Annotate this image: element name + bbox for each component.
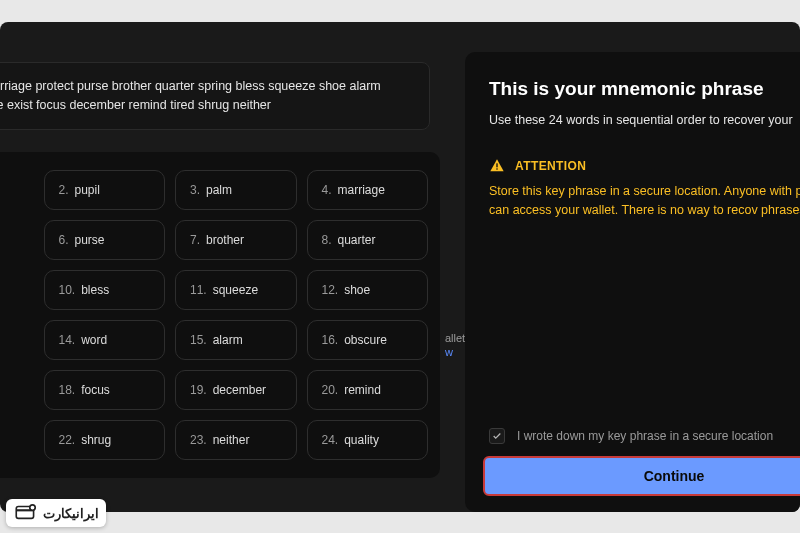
- phrase-summary-text: alm marriage protect purse brother quart…: [0, 79, 381, 112]
- continue-button-label: Continue: [644, 468, 705, 484]
- word-chip: 16.obscure: [307, 320, 429, 360]
- word-chip: 7.brother: [175, 220, 297, 260]
- svg-point-4: [30, 505, 35, 510]
- attention-text: Store this key phrase in a secure locati…: [489, 182, 800, 221]
- phrase-summary-box: alm marriage protect purse brother quart…: [0, 62, 430, 130]
- word-chip: 23.neither: [175, 420, 297, 460]
- word-chip: 14.word: [44, 320, 166, 360]
- confirm-checkbox[interactable]: [489, 428, 505, 444]
- warning-icon: [489, 158, 505, 174]
- mnemonic-word-grid: 2.pupil 3.palm 4.marriage 6.purse 7.brot…: [0, 152, 440, 478]
- word-chip: 2.pupil: [44, 170, 166, 210]
- word-chip: 6.purse: [44, 220, 166, 260]
- watermark-text: ایرانیکارت: [43, 506, 99, 521]
- word-chip: 19.december: [175, 370, 297, 410]
- word-chip: 24.quality: [307, 420, 429, 460]
- word-chip: 3.palm: [175, 170, 297, 210]
- word-chip: 12.shoe: [307, 270, 429, 310]
- attention-label: ATTENTION: [515, 159, 586, 173]
- word-chip: 18.focus: [44, 370, 166, 410]
- word-chip: 20.remind: [307, 370, 429, 410]
- mnemonic-right-panel: This is your mnemonic phrase Use these 2…: [465, 52, 800, 512]
- word-chip: 8.quarter: [307, 220, 429, 260]
- word-chip: 4.marriage: [307, 170, 429, 210]
- svg-rect-1: [496, 168, 497, 169]
- confirmation-checkbox-row: I wrote down my key phrase in a secure l…: [489, 428, 773, 444]
- panel-subtitle: Use these 24 words in sequential order t…: [489, 112, 800, 130]
- word-chip: 15.alarm: [175, 320, 297, 360]
- watermark-badge: ایرانیکارت: [6, 499, 106, 527]
- card-icon: [13, 500, 39, 526]
- attention-header: ATTENTION: [489, 158, 800, 174]
- word-chip: 11.squeeze: [175, 270, 297, 310]
- panel-title: This is your mnemonic phrase: [489, 78, 800, 100]
- continue-button[interactable]: Continue: [483, 456, 800, 496]
- check-icon: [492, 431, 502, 441]
- background-link-snippet: allet w: [445, 332, 465, 358]
- word-chip: 22.shrug: [44, 420, 166, 460]
- app-window: alm marriage protect purse brother quart…: [0, 22, 800, 512]
- word-chip: 10.bless: [44, 270, 166, 310]
- svg-rect-0: [496, 163, 497, 167]
- confirm-checkbox-label: I wrote down my key phrase in a secure l…: [517, 429, 773, 443]
